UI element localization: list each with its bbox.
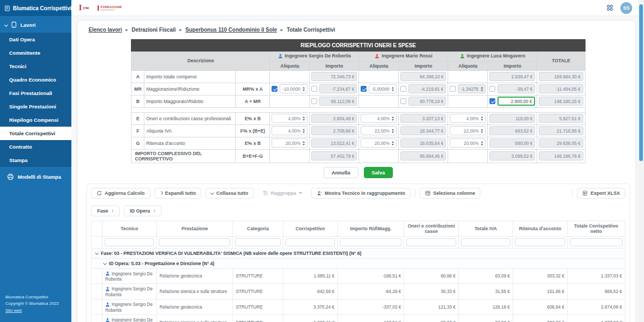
table-row[interactable]: Ingegnere Sergio De RobertisRelazione si… (92, 315, 625, 322)
input-f-aliquota-luca[interactable]: 22,00% (450, 126, 486, 135)
table-row[interactable]: Ingegnere Sergio De RobertisRelazione ge… (92, 268, 625, 284)
spinner-up-icon[interactable] (303, 129, 305, 130)
filter-corrispettivo-input[interactable] (286, 238, 335, 246)
spinner-up-icon[interactable] (303, 116, 305, 118)
export-xlsx-button[interactable]: Export XLSX (577, 188, 625, 199)
group-chip-fase[interactable]: Fase↑ (91, 206, 120, 216)
filter-prestazione-input[interactable] (159, 238, 230, 246)
sidebar-item-quadro-economico[interactable]: Quadro Economico (0, 73, 71, 86)
col-totale-iva[interactable]: Totale IVA (458, 221, 513, 236)
spinner-up-icon[interactable] (481, 116, 483, 118)
spinner-up-icon[interactable] (392, 87, 394, 89)
spinner-down-icon[interactable] (481, 131, 483, 133)
col-tecnico[interactable]: Tecnico (102, 221, 156, 236)
filter-categoria-input[interactable] (235, 238, 280, 246)
sidebar-item-modelli-di-stampa[interactable]: Modelli di Stampa (0, 167, 71, 187)
filter-oneri-casse-input[interactable] (406, 238, 456, 246)
group-dropdown-button[interactable]: Raggruppa (258, 188, 308, 198)
col-corrispettivo[interactable]: Corrispettivo (283, 221, 337, 236)
checkbox-mr-importo-sergio[interactable] (311, 86, 317, 92)
spinner-down-icon[interactable] (303, 119, 305, 121)
col-prestazione[interactable]: Prestazione (157, 221, 233, 236)
scrollbar-thumb[interactable] (639, 4, 643, 161)
cancel-button[interactable]: Annulla (324, 167, 358, 178)
spinner-up-icon[interactable] (303, 87, 305, 89)
filter-importo-rid-magg-input[interactable] (340, 238, 401, 246)
sidebar-item-committente[interactable]: Committente (0, 46, 71, 60)
sidebar-item-contratto[interactable]: Contratto (0, 140, 71, 153)
breadcrumb-elenco-lavori[interactable]: Elenco lavori (89, 27, 122, 33)
checkbox-b-importo-luca[interactable] (489, 98, 495, 104)
col-totale-netto[interactable]: Totale Corrispettivo netto (567, 221, 625, 236)
group-chip-id-opera[interactable]: ID Opera↑ (124, 206, 162, 216)
col-importo-rid-magg[interactable]: Importo Rid\Magg. (338, 221, 404, 236)
sidebar-item-singole-prestazioni[interactable]: Singole Prestazioni (0, 100, 71, 113)
fase-group-row[interactable]: Fase: 03 - PRESTAZIONI VERIFICA DI VULNE… (92, 248, 625, 258)
input-f-aliquota-mario[interactable]: 22,00% (361, 126, 397, 135)
spinner-down-icon[interactable] (392, 144, 394, 145)
filter-totale-iva-input[interactable] (461, 238, 510, 246)
input-mr-aliquota-sergio[interactable]: -10,000000... (280, 84, 308, 93)
sidebar-item-tecnici[interactable]: Tecnici (0, 60, 71, 73)
apps-grid-icon[interactable] (606, 4, 614, 12)
checkbox-mr-aliquota-mario[interactable] (361, 86, 367, 92)
input-e-aliquota-sergio[interactable]: 4,00% (272, 114, 308, 123)
collapse-all-button[interactable]: Collassa tutto (206, 188, 254, 199)
table-row[interactable]: Ingegnere Sergio De RobertisRelazione ge… (92, 299, 625, 315)
checkbox-mr-importo-mario[interactable] (400, 86, 406, 92)
sidebar-item-stampa[interactable]: Stampa (0, 153, 71, 167)
input-mr-aliquota-mario[interactable]: -5,000000... (369, 84, 397, 93)
refresh-calc-button[interactable]: Aggiorna Calcolo (91, 188, 150, 199)
sidebar-item-dati-opera[interactable]: Dati Opera (0, 33, 71, 46)
spinner-up-icon[interactable] (392, 129, 394, 130)
input-b-importo-luca[interactable]: 2.900,00 € (497, 97, 535, 106)
spinner-up-icon[interactable] (392, 116, 394, 118)
save-button[interactable]: Salva (364, 167, 393, 178)
checkbox-mr-importo-luca[interactable] (489, 86, 495, 92)
checkbox-mr-aliquota-sergio[interactable] (272, 86, 277, 92)
spinner-down-icon[interactable] (303, 90, 305, 91)
spinner-down-icon[interactable] (481, 119, 483, 121)
sidebar-item-totale-corrispettivi[interactable]: Totale Corrispettivi (0, 127, 71, 140)
spinner-down-icon[interactable] (303, 131, 305, 133)
spinner-up-icon[interactable] (481, 141, 483, 143)
show-tech-group-button[interactable]: Mostra Tecnico in raggruppamento (311, 188, 411, 199)
col-oneri-casse[interactable]: Oneri e contribuzioni casse (404, 221, 458, 236)
id-opera-group-row[interactable]: ID Opera: S.03 - Progettazione e Direzio… (92, 258, 625, 268)
spinner-up-icon[interactable] (481, 129, 483, 130)
spinner-down-icon[interactable] (303, 144, 305, 145)
input-f-aliquota-sergio[interactable]: 4,00% (272, 126, 308, 135)
spinner-up-icon[interactable] (392, 141, 394, 143)
filter-totale-netto-input[interactable] (570, 238, 623, 246)
expand-all-button[interactable]: Espandi tutto (155, 188, 202, 199)
spinner-down-icon[interactable] (392, 131, 394, 133)
spinner-down-icon[interactable] (392, 119, 394, 121)
checkbox-b-importo-mario[interactable] (400, 98, 406, 104)
filter-ritenuta-acconto-input[interactable] (515, 238, 565, 246)
spinner-down-icon[interactable] (392, 90, 394, 91)
table-row[interactable]: Ingegnere Sergio De RobertisRelazione si… (92, 284, 625, 299)
breadcrumb-superbonus[interactable]: Superbonus 110 Condominio il Sole (186, 27, 277, 33)
filter-tecnico-input[interactable] (105, 238, 154, 246)
input-e-aliquota-luca[interactable]: 4,00% (450, 114, 486, 123)
collapse-caret-icon[interactable] (95, 251, 99, 254)
input-g-aliquota-luca[interactable]: 20,00% (450, 138, 486, 148)
spinner-down-icon[interactable] (481, 90, 483, 91)
checkbox-mr-aliquota-luca[interactable] (450, 86, 456, 92)
checkbox-b-importo-sergio[interactable] (311, 98, 317, 104)
user-avatar[interactable]: SS (620, 2, 632, 14)
sidebar-item-riepilogo-compensi[interactable]: Riepilogo Compensi (0, 113, 71, 127)
sidebar-item-fasi-prestazionali[interactable]: Fasi Prestazionali (0, 86, 71, 100)
sidebar-section-lavori[interactable]: Lavori (0, 16, 71, 33)
col-ritenuta-acconto[interactable]: Ritenuta d'acconto (513, 221, 567, 236)
spinner-up-icon[interactable] (481, 87, 483, 89)
select-columns-button[interactable]: Seleziona colonne (420, 188, 481, 199)
input-g-aliquota-sergio[interactable]: 20,00% (272, 138, 308, 148)
collapse-caret-icon[interactable] (103, 261, 107, 265)
input-g-aliquota-mario[interactable]: 20,00% (361, 138, 397, 148)
footer-website-link[interactable]: Sito web (5, 308, 66, 314)
col-categoria[interactable]: Categoria (233, 221, 283, 236)
spinner-down-icon[interactable] (481, 144, 483, 145)
input-e-aliquota-mario[interactable]: 4,00% (361, 114, 397, 123)
spinner-up-icon[interactable] (303, 141, 305, 143)
